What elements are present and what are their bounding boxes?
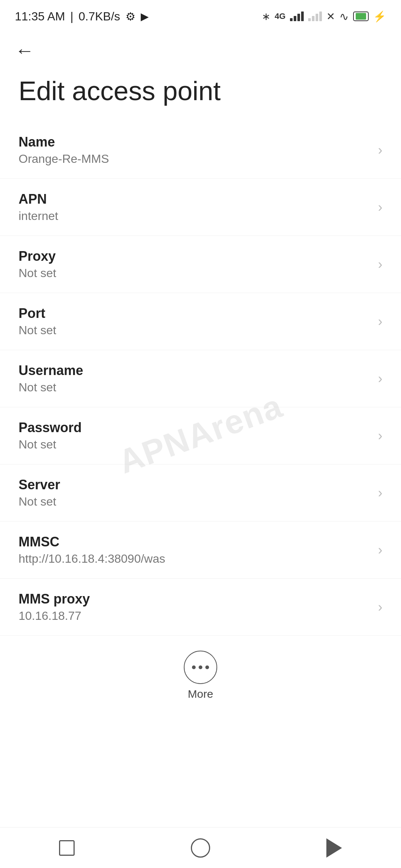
back-icon: [326, 838, 342, 858]
status-right: ∗ 4G ✕ ∿ ⚡: [262, 10, 386, 23]
settings-label: APN: [19, 191, 371, 207]
settings-value: Not set: [19, 495, 371, 509]
settings-label: Port: [19, 306, 371, 321]
settings-value: 10.16.18.77: [19, 609, 371, 623]
settings-label: Server: [19, 477, 371, 493]
settings-label: Password: [19, 420, 371, 435]
dot-3: [205, 665, 209, 669]
settings-value: Orange-Re-MMS: [19, 152, 371, 166]
home-button[interactable]: [186, 833, 215, 863]
recents-button[interactable]: [52, 833, 82, 863]
settings-item-mmsc[interactable]: MMSC http://10.16.18.4:38090/was ›: [0, 522, 401, 579]
settings-value: Not set: [19, 381, 371, 394]
back-button[interactable]: ←: [15, 40, 34, 61]
no-signal-icon: ✕: [326, 10, 335, 23]
charging-icon: ⚡: [373, 10, 386, 23]
settings-label: MMS proxy: [19, 591, 371, 607]
battery-fill: [356, 13, 366, 20]
settings-label: Name: [19, 134, 371, 150]
settings-value: Not set: [19, 323, 371, 337]
chevron-right-icon: ›: [378, 371, 382, 387]
battery-indicator: [353, 11, 369, 21]
time-display: 11:35 AM: [15, 10, 65, 23]
settings-value: Not set: [19, 266, 371, 280]
signal-bars-2: [308, 11, 322, 21]
chevron-right-icon: ›: [378, 428, 382, 444]
more-label: More: [188, 688, 213, 700]
bottom-navigation: [0, 827, 401, 868]
bluetooth-icon: ∗: [262, 10, 270, 23]
settings-item-username[interactable]: Username Not set ›: [0, 350, 401, 407]
chevron-right-icon: ›: [378, 142, 382, 158]
settings-item-content: Name Orange-Re-MMS: [19, 134, 371, 166]
settings-label: Username: [19, 363, 371, 378]
wifi-icon: ∿: [339, 10, 349, 23]
settings-item-content: Username Not set: [19, 363, 371, 394]
chevron-right-icon: ›: [378, 599, 382, 615]
video-icon: ▶: [141, 10, 149, 23]
settings-list: Name Orange-Re-MMS › APN internet › Prox…: [0, 122, 401, 636]
settings-item-content: Password Not set: [19, 420, 371, 451]
network-4g-icon: 4G: [275, 11, 286, 21]
dot-2: [199, 665, 202, 669]
back-nav-button[interactable]: [319, 833, 349, 863]
settings-icon: ⚙: [125, 10, 136, 23]
more-button[interactable]: [184, 651, 217, 684]
settings-item-content: Proxy Not set: [19, 249, 371, 280]
settings-label: MMSC: [19, 534, 371, 550]
settings-item-mms-proxy[interactable]: MMS proxy 10.16.18.77 ›: [0, 579, 401, 636]
settings-value: internet: [19, 209, 371, 223]
more-section: More: [0, 636, 401, 711]
status-bar: 11:35 AM | 0.7KB/s ⚙ ▶ ∗ 4G ✕ ∿ ⚡: [0, 0, 401, 30]
page-title: Edit access point: [0, 64, 401, 122]
speed-display: |: [70, 10, 73, 23]
settings-item-password[interactable]: Password Not set ›: [0, 407, 401, 464]
settings-item-proxy[interactable]: Proxy Not set ›: [0, 236, 401, 293]
settings-item-content: MMSC http://10.16.18.4:38090/was: [19, 534, 371, 566]
recents-icon: [59, 840, 75, 856]
signal-bars-1: [290, 11, 304, 21]
chevron-right-icon: ›: [378, 200, 382, 215]
settings-item-content: MMS proxy 10.16.18.77: [19, 591, 371, 623]
settings-item-content: Server Not set: [19, 477, 371, 509]
settings-item-content: APN internet: [19, 191, 371, 223]
dot-1: [192, 665, 196, 669]
settings-item-port[interactable]: Port Not set ›: [0, 293, 401, 350]
network-speed: 0.7KB/s: [79, 10, 120, 23]
settings-item-content: Port Not set: [19, 306, 371, 337]
settings-value: Not set: [19, 438, 371, 451]
more-dots-icon: [192, 665, 209, 669]
settings-value: http://10.16.18.4:38090/was: [19, 552, 371, 566]
chevron-right-icon: ›: [378, 257, 382, 272]
status-left: 11:35 AM | 0.7KB/s ⚙ ▶: [15, 10, 149, 23]
top-navigation: ←: [0, 30, 401, 64]
settings-item-name[interactable]: Name Orange-Re-MMS ›: [0, 122, 401, 179]
settings-label: Proxy: [19, 249, 371, 264]
home-icon: [191, 838, 210, 858]
settings-item-apn[interactable]: APN internet ›: [0, 179, 401, 236]
chevron-right-icon: ›: [378, 314, 382, 329]
chevron-right-icon: ›: [378, 542, 382, 558]
chevron-right-icon: ›: [378, 485, 382, 501]
settings-item-server[interactable]: Server Not set ›: [0, 464, 401, 522]
